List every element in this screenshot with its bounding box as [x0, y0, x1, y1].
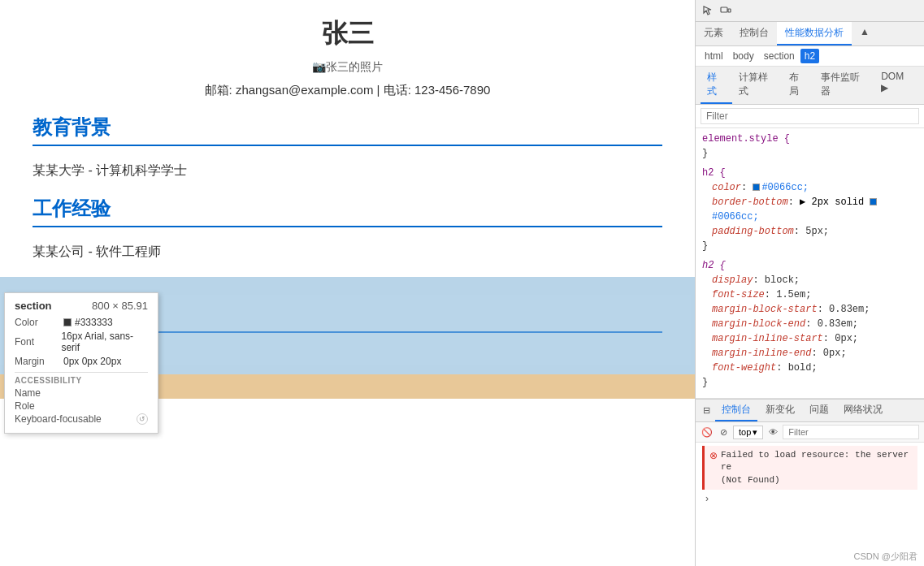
education-content: 某某大学 - 计算机科学学士: [33, 162, 662, 179]
css-h2-fontweight: font-weight: bold;: [702, 361, 917, 375]
color-swatch: [63, 318, 72, 326]
devtools-bottom-panel: ⊟ 控制台 新变化 问题 网络状况 🚫 ⊘ top ▾ 👁 ⊗ Failed t…: [696, 399, 924, 566]
breadcrumb-h2[interactable]: h2: [800, 49, 819, 63]
acc-keyboard-icon: ↺: [137, 413, 148, 425]
tooltip-font-label: Font: [15, 336, 61, 348]
tab-console[interactable]: 控制台: [731, 22, 777, 45]
tooltip-tag: section: [15, 300, 52, 312]
color-swatch-border: [870, 198, 877, 205]
breadcrumb-html[interactable]: html: [701, 49, 727, 63]
css-h2-fontsize: font-size: 1.5em;: [702, 287, 917, 302]
photo-text: 📷张三的照片: [312, 60, 383, 73]
acc-keyboard-row: Keyboard-focusable ↺: [15, 413, 148, 425]
breadcrumb-body[interactable]: body: [729, 49, 758, 63]
top-dropdown[interactable]: top ▾: [733, 426, 763, 439]
bottom-tab-console[interactable]: 控制台: [715, 400, 757, 421]
sub-tab-event-listeners[interactable]: 事件监听器: [814, 67, 874, 104]
work-section: 工作经验 某某公司 - 软件工程师: [33, 196, 662, 261]
css-h2-block-2: h2 { display: block; font-size: 1.5em; m…: [702, 258, 917, 390]
accessibility-section: ACCESSIBILITY Name Role Keyboard-focusab…: [15, 372, 148, 425]
chevron-down-icon: ▾: [753, 427, 757, 438]
color-swatch-blue: [753, 184, 760, 191]
console-error-item: ⊗ Failed to load resource: the server re…: [702, 446, 917, 490]
page-title: 张三: [33, 16, 662, 52]
education-section: 教育背景 某某大学 - 计算机科学学士: [33, 114, 662, 179]
devtools-bottom-toolbar: 🚫 ⊘ top ▾ 👁: [696, 422, 924, 443]
tooltip-size: 800 × 85.91: [92, 300, 148, 312]
element-tooltip: section 800 × 85.91 Color #333333 Font 1…: [4, 292, 158, 434]
bottom-tab-changes[interactable]: 新变化: [759, 400, 801, 421]
bottom-tab-issues[interactable]: 问题: [803, 400, 835, 421]
tooltip-color-value: #333333: [63, 317, 113, 328]
devtools-sub-tabs: 样式 计算样式 布局 事件监听器 DOM ▶: [696, 67, 924, 105]
devtools-breadcrumb: html body section h2: [696, 46, 924, 67]
bottom-tab-network[interactable]: 网络状况: [837, 400, 889, 421]
css-close-element: }: [702, 146, 917, 161]
devtools-main-tabs: 元素 控制台 性能数据分析 ▲: [696, 22, 924, 46]
devtools-filter-container: [696, 105, 924, 128]
error-icon: ⊗: [709, 450, 718, 461]
devtools-bottom-tabs: ⊟ 控制台 新变化 问题 网络状况: [696, 400, 924, 422]
console-filter-input[interactable]: [783, 425, 919, 439]
acc-keyboard-label: Keyboard-focusable: [15, 413, 102, 425]
tooltip-color-row: Color #333333: [15, 317, 148, 328]
webpage-panel: 张三 📷张三的照片 邮箱: zhangsan@example.com | 电话:…: [0, 0, 695, 566]
console-error-text: Failed to load resource: the server re(N…: [721, 449, 913, 486]
css-element-style: element.style { }: [702, 132, 917, 161]
css-h2-padding: padding-bottom: 5px;: [702, 224, 917, 239]
devtools-toolbar: [696, 0, 924, 22]
devtools-panel: 元素 控制台 性能数据分析 ▲ html body section h2 样式 …: [695, 0, 924, 566]
tooltip-margin-value: 0px 0px 20px: [63, 356, 121, 367]
tooltip-font-row: Font 16px Arial, sans-serif: [15, 331, 148, 353]
work-heading: 工作经验: [33, 196, 662, 227]
education-heading: 教育背景: [33, 114, 662, 146]
css-editor: element.style { } h2 { color: #0066cc; b…: [696, 128, 924, 399]
svg-rect-0: [721, 7, 727, 12]
css-h2-close-1: }: [702, 239, 917, 253]
accessibility-label: ACCESSIBILITY: [15, 376, 148, 385]
acc-role-row: Role: [15, 400, 148, 412]
bottom-sidebar-icon[interactable]: ⊟: [699, 404, 714, 418]
photo-line: 📷张三的照片: [33, 60, 662, 75]
css-selector-element: element.style {: [702, 132, 917, 146]
sub-tab-dom[interactable]: DOM ▶: [874, 67, 919, 104]
css-h2-display: display: block;: [702, 273, 917, 287]
sub-tab-layout[interactable]: 布局: [783, 67, 814, 104]
css-h2-color: color: #0066cc;: [702, 180, 917, 195]
device-toggle-icon[interactable]: [718, 3, 733, 18]
ban-icon[interactable]: ⊘: [717, 426, 730, 439]
clear-console-icon[interactable]: 🚫: [701, 426, 714, 439]
tab-performance[interactable]: 性能数据分析: [777, 22, 852, 45]
cursor-inspect-icon[interactable]: [701, 3, 715, 18]
css-h2-margin-inline-start: margin-inline-start: 0px;: [702, 331, 917, 346]
tooltip-margin-row: Margin 0px 0px 20px: [15, 356, 148, 367]
color-hex: #333333: [75, 317, 113, 328]
contact-line: 邮箱: zhangsan@example.com | 电话: 123-456-7…: [33, 83, 662, 98]
tab-more[interactable]: ▲: [852, 22, 878, 45]
sub-tab-computed[interactable]: 计算样式: [732, 67, 783, 104]
tooltip-font-value: 16px Arial, sans-serif: [61, 331, 148, 353]
tooltip-title: section 800 × 85.91: [15, 300, 148, 312]
css-h2-margin-block-start: margin-block-start: 0.83em;: [702, 302, 917, 317]
css-h2-block-1: h2 { color: #0066cc; border-bottom: ▶ 2p…: [702, 166, 917, 253]
styles-filter-input[interactable]: [701, 108, 919, 124]
eye-icon[interactable]: 👁: [766, 426, 779, 439]
css-h2-close-2: }: [702, 375, 917, 390]
css-h2-selector-2: h2 {: [702, 258, 917, 273]
svg-rect-1: [728, 9, 731, 12]
css-h2-margin-inline-end: margin-inline-end: 0px;: [702, 346, 917, 361]
breadcrumb-section[interactable]: section: [760, 49, 799, 63]
sub-tab-styles[interactable]: 样式: [701, 67, 732, 104]
acc-name-label: Name: [15, 387, 41, 399]
css-h2-border: border-bottom: ▶ 2px solid #0066cc;: [702, 195, 917, 224]
top-dropdown-value: top: [739, 427, 751, 437]
css-h2-selector-1: h2 {: [702, 166, 917, 180]
acc-role-label: Role: [15, 400, 35, 412]
work-content: 某某公司 - 软件工程师: [33, 244, 662, 261]
tab-elements[interactable]: 元素: [696, 22, 731, 45]
tooltip-color-label: Color: [15, 317, 63, 328]
tooltip-margin-label: Margin: [15, 356, 63, 367]
devtools-console: ⊗ Failed to load resource: the server re…: [696, 443, 924, 566]
console-expand-arrow[interactable]: ›: [702, 491, 917, 506]
acc-name-row: Name: [15, 387, 148, 399]
